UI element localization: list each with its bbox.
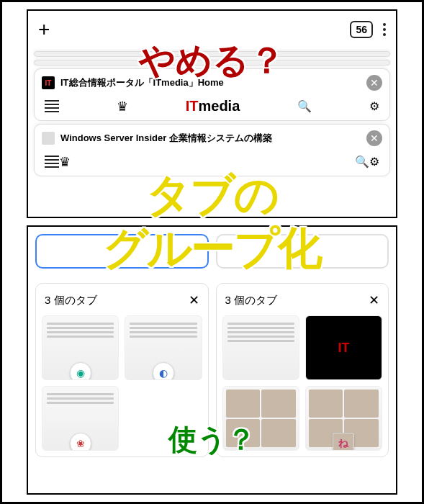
group-header: 3 個のタブ ✕ — [42, 289, 202, 315]
tab-thumbnail[interactable]: ❀ — [42, 386, 119, 451]
tab-thumbnail[interactable] — [222, 315, 299, 380]
overlay-yameru: やめる？ — [139, 37, 285, 85]
overlay-tsukau: 使う？ — [168, 420, 256, 459]
thumb-favicon: ❀ — [70, 433, 91, 451]
thumb-favicon: ね — [333, 433, 354, 451]
toolbar-right: 56 — [350, 21, 386, 38]
tab-preview: ♛ ITmedia 🔍 ⚙ — [42, 91, 382, 114]
group-header: 3 個のタブ ✕ — [222, 289, 383, 315]
tab-header: Windows Server Insider 企業情報システムの構築 ✕ — [42, 130, 382, 146]
itmedia-logo: ITmedia — [186, 98, 240, 114]
close-group-button[interactable]: ✕ — [189, 292, 199, 308]
tab-thumbnail[interactable]: ◐ — [125, 315, 202, 380]
new-tab-button[interactable]: + — [38, 18, 50, 41]
tab-title: Windows Server Insider 企業情報システムの構築 — [60, 132, 361, 145]
hamburger-icon[interactable] — [45, 153, 59, 170]
tab-thumbnail[interactable]: ◉ — [42, 315, 119, 380]
crown-icon[interactable]: ♛ — [59, 154, 71, 170]
thumb-favicon: ◐ — [153, 362, 174, 380]
search-icon[interactable]: 🔍 — [355, 155, 369, 168]
settings-icon[interactable]: ⚙ — [369, 155, 379, 168]
it-logo-icon: IT — [338, 341, 349, 356]
favicon-generic — [42, 132, 55, 145]
tab-thumbnail[interactable]: ね — [305, 386, 382, 451]
close-tab-button[interactable]: ✕ — [366, 75, 382, 91]
overlay-group: グループ化 — [103, 218, 321, 279]
crown-icon[interactable]: ♛ — [117, 99, 128, 114]
group-title: 3 個のタブ — [45, 294, 97, 307]
close-tab-button[interactable]: ✕ — [366, 130, 382, 146]
settings-icon[interactable]: ⚙ — [369, 99, 379, 113]
group-title: 3 個のタブ — [225, 294, 278, 307]
close-group-button[interactable]: ✕ — [369, 292, 379, 308]
overlay-tabuno: タブの — [146, 165, 278, 225]
favicon-itmedia: IT — [42, 76, 55, 89]
thumb-favicon: ◉ — [70, 362, 91, 380]
hamburger-icon[interactable] — [45, 98, 59, 114]
search-icon[interactable]: 🔍 — [297, 99, 312, 113]
tab-thumbnail[interactable]: IT — [305, 315, 382, 380]
tab-count-badge[interactable]: 56 — [350, 21, 373, 38]
menu-button[interactable] — [383, 23, 386, 36]
